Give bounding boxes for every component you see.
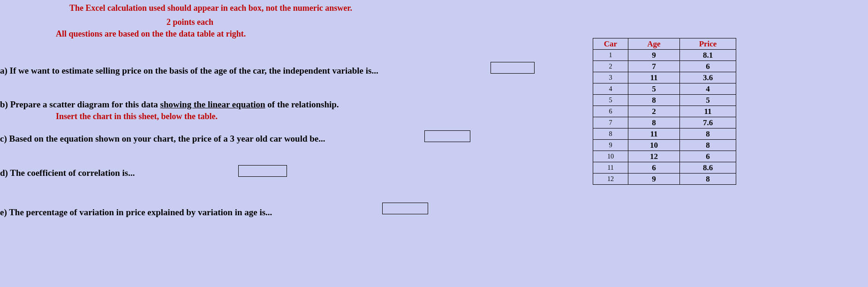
table-row: 276 [593,61,736,72]
table-row: 3113.6 [593,72,736,83]
cell-price: 8 [680,174,736,185]
table-row: 198.1 [593,50,736,61]
cell-car: 10 [593,151,628,162]
cell-age: 11 [628,72,680,83]
header-car: Car [593,38,628,50]
instruction-top: The Excel calculation used should appear… [69,3,352,13]
cell-car: 5 [593,95,628,106]
cell-car: 6 [593,106,628,117]
cell-price: 8 [680,128,736,140]
table-row: 10126 [593,151,736,162]
answer-box-a[interactable] [491,62,535,74]
cell-age: 6 [628,162,680,174]
cell-car: 4 [593,83,628,95]
answer-box-e[interactable] [382,203,428,214]
header-age: Age [628,38,680,50]
cell-price: 5 [680,95,736,106]
cell-price: 6 [680,151,736,162]
points-label: 2 points each [166,17,213,27]
cell-car: 9 [593,140,628,151]
cell-age: 9 [628,50,680,61]
table-row: 585 [593,95,736,106]
cell-age: 5 [628,83,680,95]
based-on-label: All questions are based on the the data … [56,29,246,39]
cell-car: 7 [593,117,628,128]
question-b-underlined: showing the linear equation [160,99,265,109]
question-b-prefix: b) Prepare a scatter diagram for this da… [0,99,160,109]
cell-car: 11 [593,162,628,174]
cell-price: 8.1 [680,50,736,61]
cell-age: 7 [628,61,680,72]
question-c: c) Based on the equation shown on your c… [0,134,325,144]
cell-car: 8 [593,128,628,140]
cell-age: 8 [628,95,680,106]
question-e: e) The percentage of variation in price … [0,207,272,218]
cell-price: 8 [680,140,736,151]
cell-age: 12 [628,151,680,162]
question-a: a) If we want to estimate selling price … [0,66,378,76]
cell-price: 4 [680,83,736,95]
question-d: d) The coefficient of correlation is... [0,168,135,178]
cell-price: 3.6 [680,72,736,83]
cell-car: 12 [593,174,628,185]
table-header-row: Car Age Price [593,38,736,50]
cell-car: 2 [593,61,628,72]
cell-age: 2 [628,106,680,117]
question-b-sub: Insert the chart in this sheet, below th… [56,112,218,121]
question-b-suffix: of the relationship. [265,99,339,109]
cell-price: 6 [680,61,736,72]
cell-car: 3 [593,72,628,83]
answer-box-d[interactable] [238,165,287,177]
header-price: Price [680,38,736,50]
cell-age: 9 [628,174,680,185]
answer-box-c[interactable] [424,130,470,142]
data-table: Car Age Price 198.12763113.6454585621178… [593,38,736,185]
question-b: b) Prepare a scatter diagram for this da… [0,99,339,110]
table-row: 454 [593,83,736,95]
cell-price: 11 [680,106,736,117]
cell-price: 7.6 [680,117,736,128]
table-row: 1168.6 [593,162,736,174]
table-row: 1298 [593,174,736,185]
cell-car: 1 [593,50,628,61]
cell-age: 11 [628,128,680,140]
table-row: 6211 [593,106,736,117]
cell-price: 8.6 [680,162,736,174]
table-row: 8118 [593,128,736,140]
table-row: 9108 [593,140,736,151]
table-row: 787.6 [593,117,736,128]
cell-age: 10 [628,140,680,151]
cell-age: 8 [628,117,680,128]
